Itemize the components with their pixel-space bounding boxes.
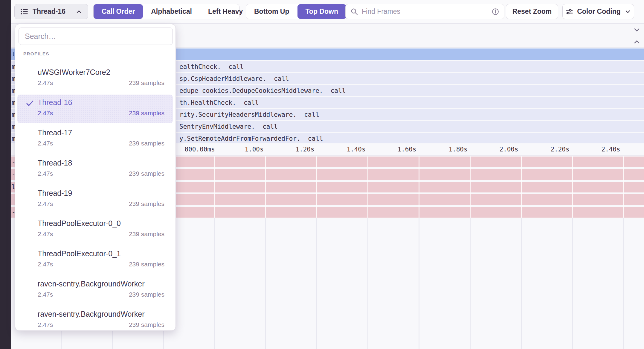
frame-text-fragment: m — [12, 97, 15, 108]
profile-samples: 239 samples — [129, 140, 164, 147]
frame-text-fragment: l — [12, 182, 15, 192]
axis-tick: 800.00ms — [184, 143, 215, 155]
dropdown-search-input[interactable] — [25, 32, 167, 41]
app-sidebar-edge — [0, 0, 11, 349]
reset-zoom-label: Reset Zoom — [512, 7, 552, 16]
axis-tick: 1.00s — [245, 143, 263, 155]
tab-bottom-up[interactable]: Bottom Up — [246, 4, 297, 19]
frame-label: ealthCheck.__call__ — [179, 61, 251, 72]
profile-name: Thread-17 — [38, 128, 72, 137]
frame-text-fragment: t — [12, 48, 15, 59]
profile-name: uWSGIWorker7Core2 — [38, 68, 110, 77]
profile-name: Thread-19 — [38, 189, 72, 198]
frame-label: SentryEnvMiddleware.__call__ — [179, 121, 285, 132]
profile-samples: 239 samples — [129, 170, 164, 177]
check-icon — [25, 99, 34, 108]
dropdown-search-box — [19, 28, 173, 45]
profile-name: raven-sentry.BackgroundWorker — [38, 280, 145, 288]
frame-text-fragment: m — [12, 85, 15, 96]
frame-label: sp.CspHeaderMiddleware.__call__ — [179, 73, 297, 84]
profile-samples: 239 samples — [129, 321, 164, 328]
find-frames-input[interactable] — [362, 7, 488, 16]
tab-left-heavy[interactable]: Left Heavy — [200, 4, 251, 19]
profile-name: ThreadPoolExecutor-0_0 — [38, 219, 121, 228]
tab-top-down[interactable]: Top Down — [297, 4, 346, 19]
frame-label: th.HealthCheck.__call__ — [179, 97, 266, 108]
chevron-up-icon[interactable] — [633, 38, 641, 46]
frame-text-fragment: m — [12, 73, 15, 84]
frame-text-fragment: - — [12, 207, 15, 218]
find-frames-search — [345, 4, 504, 19]
profiles-section-label: PROFILES — [23, 51, 49, 56]
chevron-down-icon — [624, 8, 631, 15]
profile-name: Thread-16 — [38, 98, 72, 107]
frame-label: y.SetRemoteAddrFromForwardedFor.__call__ — [179, 133, 331, 144]
frame-text-fragment: m — [12, 121, 15, 132]
profile-duration: 2.47s — [38, 291, 53, 298]
axis-tick: 2.20s — [550, 143, 569, 155]
profile-duration: 2.47s — [38, 230, 53, 238]
direction-segmented-control: Bottom Up Top Down — [246, 4, 341, 19]
tab-alphabetical[interactable]: Alphabetical — [143, 4, 200, 19]
profile-name: Thread-18 — [38, 159, 72, 167]
profile-option[interactable]: raven-sentry.BackgroundWorker 2.47s239 s… — [15, 277, 176, 307]
profile-name: raven-sentry.BackgroundWorker — [38, 310, 145, 318]
frame-text-fragment: - — [12, 194, 15, 205]
frame-text-fragment: - — [12, 169, 15, 180]
profile-samples: 239 samples — [129, 200, 164, 207]
sliders-icon — [565, 7, 573, 16]
frame-text-fragment: m — [12, 61, 15, 72]
profile-option[interactable]: ThreadPoolExecutor-0_1 2.47s239 samples — [15, 246, 176, 277]
frame-text-fragment: m — [12, 109, 15, 120]
profile-name: ThreadPoolExecutor-0_1 — [38, 249, 121, 258]
thread-dropdown-panel: PROFILES uWSGIWorker7Core2 2.47s239 samp… — [15, 24, 176, 331]
profile-samples: 239 samples — [129, 230, 164, 238]
info-icon[interactable] — [492, 8, 499, 16]
profile-samples: 239 samples — [129, 110, 164, 117]
profile-option[interactable]: ThreadPoolExecutor-0_0 2.47s239 samples — [15, 216, 176, 246]
axis-tick: 1.40s — [347, 143, 365, 155]
profile-option[interactable]: Thread-19 2.47s239 samples — [15, 186, 176, 216]
axis-tick: 2.40s — [601, 143, 620, 155]
search-icon — [350, 8, 358, 16]
color-coding-button[interactable]: Color Coding — [562, 4, 634, 19]
profile-duration: 2.47s — [38, 200, 53, 207]
chevron-down-icon[interactable] — [633, 26, 641, 34]
frame-label: rity.SecurityHeadersMiddleware.__call__ — [179, 109, 327, 120]
profile-option[interactable]: uWSGIWorker7Core2 2.47s239 samples — [15, 65, 176, 95]
reset-zoom-button[interactable]: Reset Zoom — [506, 4, 558, 19]
axis-tick: 1.80s — [448, 143, 467, 155]
profile-duration: 2.47s — [38, 170, 53, 177]
profile-duration: 2.47s — [38, 140, 53, 147]
profile-samples: 239 samples — [129, 261, 164, 268]
profile-duration: 2.47s — [38, 110, 53, 117]
tab-call-order[interactable]: Call Order — [94, 4, 143, 19]
frame-label: edupe_cookies.DedupeCookiesMiddleware.__… — [179, 85, 353, 96]
thread-selector-button[interactable]: Thread-16 — [14, 4, 88, 19]
color-coding-label: Color Coding — [577, 7, 621, 16]
list-icon — [20, 7, 28, 16]
sort-segmented-control: Call Order Alphabetical Left Heavy — [93, 4, 239, 19]
frame-text-fragment: - — [12, 157, 15, 167]
chevron-up-icon — [75, 8, 83, 15]
profile-option[interactable]: raven-sentry.BackgroundWorker 2.47s239 s… — [15, 307, 176, 337]
thread-selector-label: Thread-16 — [33, 7, 71, 16]
profile-option[interactable]: Thread-18 2.47s239 samples — [15, 156, 176, 186]
profile-option[interactable]: Thread-17 2.47s239 samples — [15, 125, 176, 156]
toolbar: Thread-16 Call Order Alphabetical Left H… — [11, 0, 644, 24]
profile-option-selected[interactable]: Thread-16 2.47s239 samples — [15, 95, 176, 125]
profile-duration: 2.47s — [38, 79, 53, 87]
profile-duration: 2.47s — [38, 321, 53, 328]
axis-tick: 2.00s — [499, 143, 518, 155]
profile-samples: 239 samples — [129, 291, 164, 298]
profiler-app: t mealthCheck.__call__ msp.CspHeaderMidd… — [0, 0, 644, 349]
frame-text-fragment: m — [12, 133, 15, 144]
axis-tick: 1.20s — [295, 143, 314, 155]
axis-tick: 1.60s — [397, 143, 416, 155]
profile-duration: 2.47s — [38, 261, 53, 268]
profile-samples: 239 samples — [129, 79, 164, 87]
